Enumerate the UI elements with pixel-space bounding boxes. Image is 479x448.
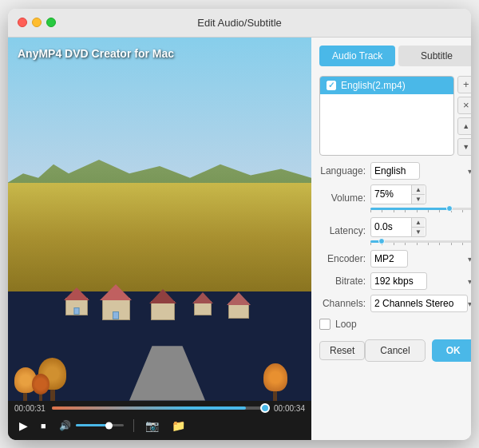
slider-marker <box>370 210 371 212</box>
latency-input[interactable] <box>371 220 411 234</box>
close-button[interactable] <box>18 18 27 27</box>
slider-marker <box>428 243 429 245</box>
slider-marker <box>417 210 418 212</box>
slider-marker <box>439 210 440 212</box>
slider-marker <box>462 243 463 245</box>
encoder-select[interactable]: MP2 <box>370 250 408 268</box>
volume-track[interactable] <box>76 424 124 426</box>
volume-slider[interactable] <box>370 208 471 210</box>
slider-marker <box>394 210 394 212</box>
track-buttons: + × ▲ ▼ <box>457 76 471 156</box>
divider <box>133 419 134 432</box>
latency-slider[interactable] <box>370 240 471 243</box>
video-background <box>8 38 311 401</box>
stop-button[interactable]: ■ <box>39 419 48 432</box>
content-area: AnyMP4 DVD Creator for Mac 00:00:31 00:0… <box>8 38 471 440</box>
progress-track[interactable] <box>52 406 267 410</box>
volume-thumb[interactable] <box>105 422 113 429</box>
slider-marker <box>370 243 371 245</box>
tab-subtitle[interactable]: Subtitle <box>398 46 471 66</box>
bitrate-label: Bitrate: <box>319 276 366 287</box>
playback-controls: ▶ ■ 🔊 📷 📁 <box>14 418 305 434</box>
move-down-button[interactable]: ▼ <box>457 138 471 156</box>
channels-control: 2 Channels Stereo <box>370 295 471 312</box>
ok-button[interactable]: OK <box>432 339 471 362</box>
volume-slider-thumb[interactable] <box>446 205 453 212</box>
track-item[interactable]: ✓ English(2.mp4) <box>320 77 453 94</box>
total-time: 00:00:34 <box>274 404 305 413</box>
bitrate-row: Bitrate: 192 kbps <box>319 272 471 290</box>
track-list[interactable]: ✓ English(2.mp4) <box>319 76 454 156</box>
latency-down-spinner[interactable]: ▼ <box>412 228 425 236</box>
language-label: Language: <box>319 165 366 176</box>
loop-checkbox[interactable] <box>319 319 331 330</box>
loop-row: Loop <box>319 319 471 330</box>
tree <box>263 363 287 401</box>
maximize-button[interactable] <box>46 18 56 27</box>
channels-label: Channels: <box>319 298 366 309</box>
screenshot-button[interactable]: 📷 <box>144 418 160 434</box>
latency-up-spinner[interactable]: ▲ <box>412 218 425 227</box>
volume-fill <box>76 424 107 426</box>
slider-marker <box>405 243 406 245</box>
language-select[interactable]: English <box>370 162 420 180</box>
move-up-button[interactable]: ▲ <box>457 117 471 135</box>
track-label: English(2.mp4) <box>341 80 406 91</box>
volume-up-spinner[interactable]: ▲ <box>412 185 425 194</box>
channels-select[interactable]: 2 Channels Stereo <box>370 295 468 312</box>
language-control: English <box>370 162 471 180</box>
channels-row: Channels: 2 Channels Stereo <box>319 295 471 312</box>
cancel-button[interactable]: Cancel <box>365 339 425 362</box>
volume-input-wrap: ▲ ▼ <box>370 184 426 204</box>
language-select-wrapper: English <box>370 162 471 180</box>
main-window: Edit Audio/Subtitle <box>8 9 471 440</box>
traffic-lights <box>18 18 56 27</box>
right-panel: Audio Track Subtitle ✓ English(2.mp4) + … <box>311 38 471 440</box>
language-row: Language: English <box>319 162 471 180</box>
latency-label: Latency: <box>319 225 366 236</box>
volume-input-row: ▲ ▼ <box>370 184 471 204</box>
volume-slider-fill <box>370 208 449 210</box>
latency-slider-thumb[interactable] <box>378 238 385 244</box>
bitrate-select[interactable]: 192 kbps <box>370 272 427 290</box>
add-track-button[interactable]: + <box>457 76 471 93</box>
volume-input[interactable] <box>371 187 411 201</box>
reset-button[interactable]: Reset <box>319 341 365 360</box>
volume-row: Volume: ▲ ▼ <box>319 184 471 212</box>
volume-section: 🔊 <box>57 418 124 433</box>
track-checkbox[interactable]: ✓ <box>327 81 336 90</box>
tab-audio-track[interactable]: Audio Track <box>319 46 395 66</box>
bitrate-select-wrapper: 192 kbps <box>370 272 471 290</box>
titlebar: Edit Audio/Subtitle <box>8 9 471 38</box>
track-list-container: ✓ English(2.mp4) + × ▲ ▼ <box>319 76 471 156</box>
video-area: AnyMP4 DVD Creator for Mac <box>8 38 311 401</box>
video-overlay-text: AnyMP4 DVD Creator for Mac <box>18 47 174 60</box>
latency-input-wrap: ▲ ▼ <box>370 217 426 237</box>
slider-marker <box>417 243 418 245</box>
progress-fill <box>52 406 246 410</box>
latency-spinners: ▲ ▼ <box>411 218 425 236</box>
encoder-label: Encoder: <box>319 253 366 264</box>
latency-input-row: ▲ ▼ <box>370 217 471 237</box>
volume-control: ▲ ▼ <box>370 184 471 212</box>
progress-thumb[interactable] <box>260 403 270 413</box>
volume-slider-markers <box>370 210 471 212</box>
slider-marker <box>462 210 463 212</box>
folder-button[interactable]: 📁 <box>170 418 187 434</box>
volume-label: Volume: <box>319 192 366 204</box>
minimize-button[interactable] <box>32 18 42 27</box>
volume-down-spinner[interactable]: ▼ <box>412 195 425 204</box>
play-button[interactable]: ▶ <box>18 418 30 434</box>
video-panel: AnyMP4 DVD Creator for Mac 00:00:31 00:0… <box>8 38 311 440</box>
slider-marker <box>405 210 406 212</box>
latency-control: ▲ ▼ <box>370 217 471 245</box>
latency-row: Latency: ▲ ▼ <box>319 217 471 245</box>
loop-label: Loop <box>335 319 357 330</box>
settings-grid: Language: English Volume: <box>319 162 471 312</box>
encoder-control: MP2 <box>370 250 471 268</box>
remove-track-button[interactable]: × <box>457 97 471 114</box>
action-buttons: Cancel OK <box>365 339 471 362</box>
volume-slider-container <box>370 208 471 212</box>
tab-bar: Audio Track Subtitle <box>319 46 471 66</box>
current-time: 00:00:31 <box>14 404 46 413</box>
